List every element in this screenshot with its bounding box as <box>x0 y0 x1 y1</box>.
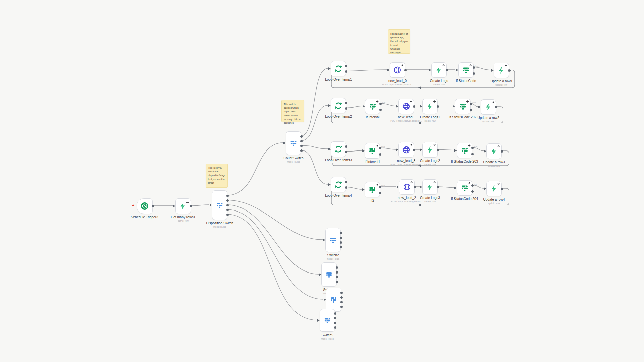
output-port[interactable] <box>226 209 229 211</box>
output-port[interactable] <box>152 205 154 207</box>
output-port[interactable] <box>345 145 347 148</box>
input-port[interactable] <box>396 148 398 151</box>
output-port[interactable] <box>471 147 474 149</box>
node-switch4[interactable] <box>326 288 341 312</box>
input-port[interactable] <box>324 298 326 301</box>
output-port[interactable] <box>470 109 472 111</box>
output-port[interactable] <box>345 70 347 73</box>
output-port[interactable] <box>413 105 415 108</box>
input-port[interactable] <box>453 105 455 108</box>
node-update-a-row2[interactable]: Update a row2 update: row <box>481 99 496 115</box>
output-port[interactable] <box>340 292 343 294</box>
output-port[interactable] <box>340 237 342 239</box>
node-if-statuscode-203[interactable]: If StatusCode 203 <box>457 143 472 158</box>
output-port[interactable] <box>495 106 497 108</box>
input-port[interactable] <box>491 69 494 72</box>
node-update-a-row4[interactable]: Update a row4 update: row <box>486 181 502 196</box>
output-port[interactable] <box>437 186 439 188</box>
input-port[interactable] <box>328 183 331 186</box>
output-port[interactable] <box>379 103 382 105</box>
node-if-statuscode-202[interactable]: If StatusCode 202 <box>455 99 471 114</box>
input-port[interactable] <box>210 204 212 206</box>
node-update-a-row1[interactable]: Update a row1 update: row <box>494 63 509 78</box>
node-disposition-switch[interactable]: Disposition Switch mode: Rules <box>212 190 227 220</box>
node-schedule-trigger3[interactable]: Schedule Trigger3 <box>137 198 153 214</box>
output-port[interactable] <box>226 214 229 216</box>
output-port[interactable] <box>470 103 472 105</box>
output-port[interactable] <box>226 195 229 197</box>
input-port[interactable] <box>328 104 331 107</box>
node-create-logs2[interactable]: Create Logs2 create: row <box>422 142 438 158</box>
output-port[interactable] <box>340 296 343 299</box>
node-if-statuscode[interactable]: If StatusCode <box>458 62 474 78</box>
output-port[interactable] <box>300 140 303 142</box>
node-new-lead-2[interactable]: new_lead_2 POST: https://server.gallabox… <box>399 179 415 195</box>
node-switch5[interactable]: Switch5 mode: Rules <box>320 309 335 332</box>
input-port[interactable] <box>328 148 331 150</box>
output-port[interactable] <box>336 271 338 274</box>
input-port[interactable] <box>363 105 365 108</box>
node-switch3[interactable]: Switch3 mode: Rules <box>321 262 337 287</box>
output-port[interactable] <box>226 204 229 206</box>
node-create-logs[interactable]: Create Logs create: row <box>431 62 447 78</box>
output-port[interactable] <box>345 186 347 189</box>
input-port[interactable] <box>396 105 398 108</box>
node-if-statuscode-204[interactable]: If StatusCode 204 <box>457 180 472 196</box>
node-new-lead[interactable]: new_lead_ POST: https://server.gallabox.… <box>398 99 414 114</box>
input-port[interactable] <box>456 69 458 71</box>
input-port[interactable] <box>484 187 486 190</box>
node-loop-over-items2[interactable]: Loop Over Items2 <box>331 98 346 113</box>
output-port[interactable] <box>345 151 347 153</box>
input-port[interactable] <box>328 67 331 70</box>
output-port[interactable] <box>340 232 342 234</box>
node-update-a-row3[interactable]: Update a row3 update: row <box>486 143 502 159</box>
input-port[interactable] <box>362 188 365 191</box>
input-port[interactable] <box>478 106 481 108</box>
output-port[interactable] <box>413 149 415 151</box>
node-get-many-rows1[interactable]: Get many rows1 getAll: row <box>175 198 191 214</box>
workflow-canvas[interactable]: Http request if of gallabox api, that wi… <box>0 0 644 362</box>
output-port[interactable] <box>340 241 342 244</box>
node-if-interval1[interactable]: If Interval1 <box>365 143 380 159</box>
node-create-logs1[interactable]: Create Logs1 create: row <box>422 99 438 114</box>
output-port[interactable] <box>379 192 381 194</box>
node-if2[interactable]: If2 <box>365 182 380 197</box>
output-port[interactable] <box>345 65 347 67</box>
output-port[interactable] <box>471 153 474 155</box>
output-port[interactable] <box>340 306 343 308</box>
input-port[interactable] <box>173 205 175 207</box>
node-loop-over-items3[interactable]: Loop Over Items3 <box>331 141 346 157</box>
input-port[interactable] <box>317 319 320 322</box>
node-new-lead-0[interactable]: new_lead_0 POST: https://server.gallabox… <box>390 62 405 78</box>
output-port[interactable] <box>336 276 338 278</box>
output-port[interactable] <box>334 322 336 324</box>
output-port[interactable] <box>334 312 336 315</box>
output-port[interactable] <box>300 145 303 147</box>
output-port[interactable] <box>190 205 192 207</box>
output-port[interactable] <box>300 149 303 152</box>
output-port[interactable] <box>334 326 336 329</box>
output-port[interactable] <box>437 105 439 108</box>
node-if-interval[interactable]: If Interval <box>365 99 380 114</box>
node-loop-over-items1[interactable]: Loop Over Items1 <box>331 61 346 76</box>
output-port[interactable] <box>340 301 343 303</box>
output-port[interactable] <box>508 69 511 72</box>
output-port[interactable] <box>471 190 474 193</box>
node-loop-over-items4[interactable]: Loop Over Items4 <box>331 177 346 192</box>
output-port[interactable] <box>501 188 503 190</box>
node-switch2[interactable]: Switch2 mode: Rules <box>325 228 341 252</box>
input-port[interactable] <box>454 149 457 152</box>
input-port[interactable] <box>387 69 390 71</box>
output-port[interactable] <box>379 109 382 111</box>
output-port[interactable] <box>345 102 347 104</box>
input-port[interactable] <box>454 187 457 189</box>
output-port[interactable] <box>473 72 475 75</box>
output-port[interactable] <box>379 147 381 149</box>
input-port[interactable] <box>283 142 286 144</box>
output-port[interactable] <box>345 107 347 110</box>
node-new-lead-3[interactable]: new_lead_3 POST: https://server.gallabox… <box>398 142 414 158</box>
output-port[interactable] <box>340 246 342 248</box>
input-port[interactable] <box>323 239 325 241</box>
input-port[interactable] <box>319 273 321 276</box>
input-port[interactable] <box>484 150 486 153</box>
